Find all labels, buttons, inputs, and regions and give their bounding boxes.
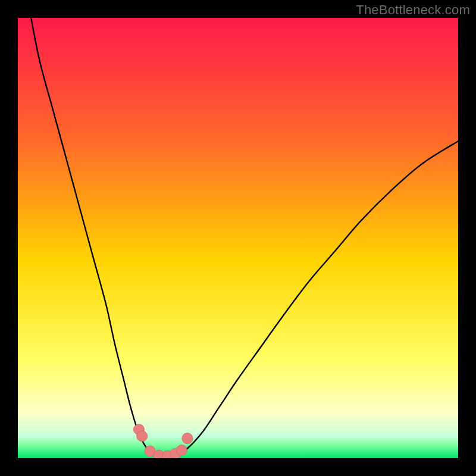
bottleneck-curve <box>31 18 458 456</box>
highlight-markers <box>134 424 193 458</box>
curve-layer <box>18 18 458 458</box>
marker-point <box>137 431 148 441</box>
watermark-text: TheBottleneck.com <box>356 2 470 18</box>
marker-point <box>182 433 193 444</box>
plot-area <box>18 18 458 458</box>
marker-point <box>176 445 187 456</box>
chart-frame: TheBottleneck.com <box>0 0 476 476</box>
